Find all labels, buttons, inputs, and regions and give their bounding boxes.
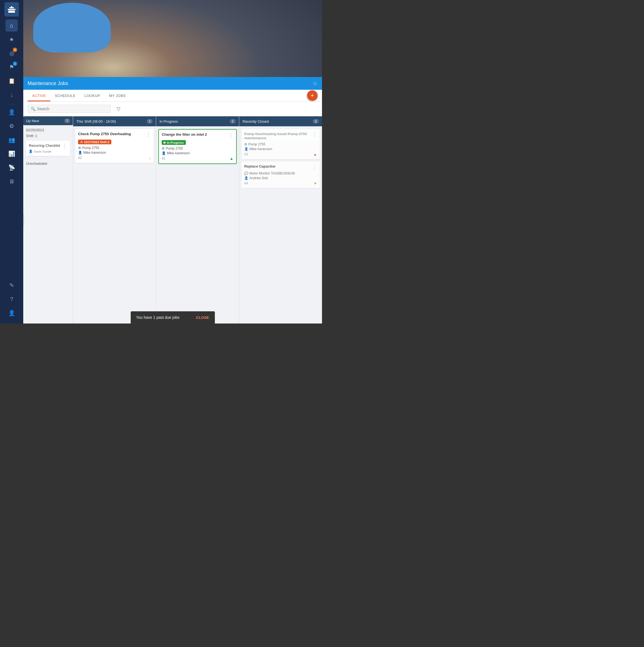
column-header-left-ip: In Progress — [159, 119, 178, 124]
column-header-left-rc: Recently Closed — [243, 119, 269, 124]
app-panel: Maintenance Jobs ☆ ACTIVE SCHEDULE LOOKU… — [23, 77, 322, 324]
sidebar-item-gear[interactable]: ⚙ — [6, 120, 18, 132]
equipment-icon-ip: ⚙ — [162, 147, 165, 150]
table-row[interactable]: Change the filter on inlet 2 ⋮ ▶ In Prog… — [158, 129, 237, 164]
filter-button[interactable]: ▽ — [114, 104, 123, 113]
job-card-header-ip: Change the filter on inlet 2 ⋮ — [162, 132, 233, 137]
favorite-button[interactable]: ☆ — [313, 80, 318, 87]
account-icon: 👤 — [8, 310, 15, 316]
job-person-rc1: 👤 Mike Aanenson — [244, 147, 317, 151]
table-row[interactable]: Replace Capacitor ⋮ 💬 Motor Monitor TAGB… — [241, 161, 320, 188]
add-job-button[interactable]: + — [307, 90, 318, 101]
star-button-rc2[interactable]: ★ — [314, 181, 317, 185]
sidebar-logo[interactable] — [4, 2, 19, 17]
chart-icon: 📊 — [8, 150, 15, 157]
logo-icon — [7, 5, 16, 14]
this-shift-count: 1 — [147, 119, 153, 124]
sidebar-item-edit[interactable]: ✎ — [6, 279, 18, 291]
svg-rect-0 — [8, 9, 15, 10]
job-menu-button-ip[interactable]: ⋮ — [228, 132, 233, 137]
group-icon: 👥 — [8, 137, 15, 143]
job-card-header-rc1: Pump Overheating Asset Pump 2755 mainten… — [244, 132, 317, 140]
recently-closed-count: 2 — [313, 119, 319, 124]
job-menu-button[interactable]: ⋮ — [146, 132, 151, 137]
sidebar-item-settings[interactable]: ◎ 3 — [6, 47, 18, 59]
person-icon: 👤 — [8, 109, 15, 116]
star-icon: ★ — [9, 36, 14, 43]
sidebar-item-star[interactable]: ★ — [6, 33, 18, 46]
search-icon: 🔍 — [31, 106, 35, 111]
sidebar-item-home[interactable]: ⌂ — [6, 19, 18, 31]
sidebar-divider — [5, 104, 18, 104]
job-footer-rc2: #4 ★ — [244, 181, 317, 185]
tab-active[interactable]: ACTIVE — [28, 90, 51, 101]
job-title-ip: Change the filter on inlet 2 — [162, 132, 228, 137]
person-icon-rc1: 👤 — [244, 147, 248, 151]
search-field-wrap[interactable]: 🔍 — [28, 105, 111, 113]
job-menu-button-rc2[interactable]: ⋮ — [312, 164, 317, 169]
up-next-panel: Up Next 1 02/20/2023 Shift: 1 Recurring … — [23, 116, 73, 324]
search-input[interactable] — [37, 106, 108, 111]
job-title-rc2: Replace Capacitor — [244, 164, 312, 168]
column-header-left: This Shift (08:00 - 16:00) — [76, 119, 116, 124]
sidebar-item-account[interactable]: 👤 — [6, 307, 18, 319]
download-icon: ↓ — [10, 92, 13, 98]
job-equipment-ip: ⚙ Pump 2755 — [162, 147, 233, 150]
toast-close-button[interactable]: CLOSE — [196, 315, 209, 319]
tab-lookup[interactable]: LOOKUP — [80, 90, 105, 101]
job-title: Check Pump 2755 Overheating — [78, 132, 146, 136]
sidebar-item-group[interactable]: 👥 — [6, 134, 18, 146]
sidebar-item-person[interactable]: 👤 — [6, 106, 18, 118]
tab-myjobs[interactable]: MY JOBS — [105, 90, 130, 101]
expand-button-ip[interactable]: ▲ — [230, 156, 233, 161]
job-footer-ip: #1 ▲ — [162, 156, 233, 161]
search-bar: 🔍 ▽ — [23, 102, 322, 116]
sidebar-item-help[interactable]: ? — [6, 293, 18, 305]
job-person: 👤 Mike Aanenson — [78, 151, 151, 154]
sidebar-item-clipboard[interactable]: 📋 — [6, 75, 18, 87]
edit-icon: ✎ — [9, 282, 14, 289]
app-header: Maintenance Jobs ☆ — [23, 77, 322, 90]
job-person-ip: 👤 Mike Aanenson — [162, 151, 233, 155]
job-menu-button-rc1[interactable]: ⋮ — [312, 132, 317, 137]
column-recently-closed: Recently Closed 2 Pump Overheating Asset… — [239, 116, 322, 324]
checklist-card[interactable]: Recurring Checklist ⋮ 👤 Gavin Sunde — [26, 141, 70, 156]
checklist-title: Recurring Checklist — [29, 143, 60, 148]
clipboard-icon: 📋 — [8, 78, 15, 84]
gear-icon: ⚙ — [9, 123, 14, 129]
checklist-person-icon: 👤 — [29, 150, 33, 153]
warning-icon: ⚠ — [80, 140, 83, 144]
job-equipment: ⚙ Pump 2755 — [78, 146, 151, 150]
sidebar-bottom: ✎ ? 👤 — [6, 279, 18, 324]
table-row[interactable]: Check Pump 2755 Overheating ⋮ ⚠ 10/17/20… — [75, 129, 154, 163]
svg-rect-3 — [11, 6, 12, 8]
job-number-ip: #1 — [162, 156, 165, 160]
equipment-icon: ⚙ — [78, 146, 81, 150]
app-title: Maintenance Jobs — [28, 81, 68, 86]
sidebar-item-monitor[interactable]: 🖥 — [6, 175, 18, 188]
columns-area: Up Next 1 02/20/2023 Shift: 1 Recurring … — [23, 116, 322, 324]
equipment-icon-rc1: ⚙ — [244, 142, 247, 146]
sidebar-item-flag[interactable]: ⚑ 1 — [6, 61, 18, 73]
expand-button[interactable]: ↓ — [149, 156, 151, 160]
sidebar-item-chart[interactable]: 📊 — [6, 148, 18, 160]
home-icon: ⌂ — [10, 22, 13, 29]
filter-icon: ▽ — [116, 106, 120, 112]
job-number: #2 — [78, 156, 82, 160]
checklist-menu-button[interactable]: ⋮ — [62, 143, 67, 148]
tab-schedule[interactable]: SCHEDULE — [51, 90, 80, 101]
sidebar-item-download[interactable]: ↓ — [6, 89, 18, 101]
job-card-header-rc2: Replace Capacitor ⋮ — [244, 164, 317, 169]
unscheduled-label: Unscheduled — [26, 161, 70, 166]
job-footer-rc1: #3 ▲ — [244, 152, 317, 156]
expand-button-rc1[interactable]: ▲ — [313, 152, 317, 156]
column-header-this-shift: This Shift (08:00 - 16:00) 1 — [73, 116, 156, 126]
in-progress-title: In Progress — [159, 119, 178, 124]
table-row[interactable]: Pump Overheating Asset Pump 2755 mainten… — [241, 129, 320, 159]
column-header-in-progress: In Progress 1 — [156, 116, 239, 126]
collapse-button[interactable]: ‹ — [23, 214, 24, 225]
job-columns: This Shift (08:00 - 16:00) 1 Check Pump … — [73, 116, 322, 324]
recently-closed-body: Pump Overheating Asset Pump 2755 mainten… — [239, 126, 322, 324]
sidebar-item-wifi[interactable]: 📡 — [6, 161, 18, 174]
column-in-progress: In Progress 1 Change the filter on inlet… — [156, 116, 239, 324]
